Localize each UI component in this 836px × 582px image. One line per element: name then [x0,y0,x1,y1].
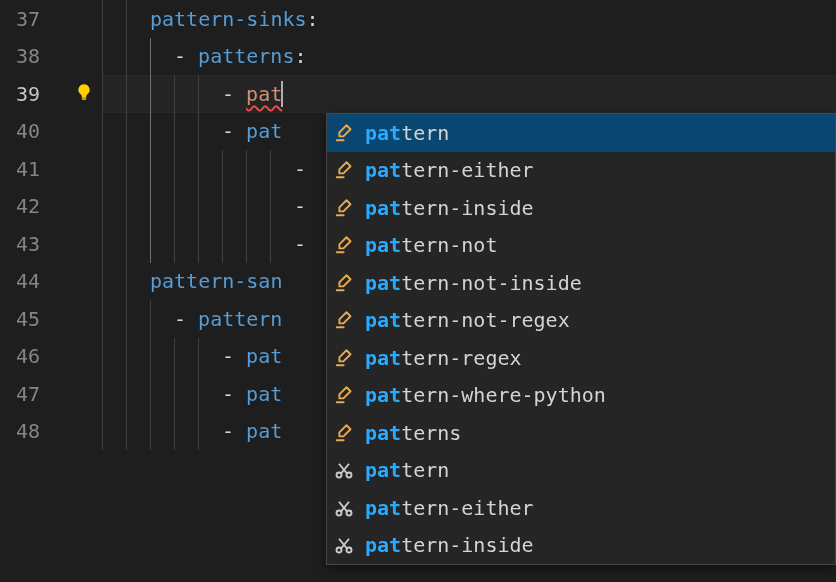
suggest-item[interactable]: pattern [327,452,835,490]
suggest-item-label: pattern [365,458,449,482]
yaml-key: pat [246,419,282,443]
line-number: 38 [0,44,66,68]
colon: : [307,7,319,31]
suggest-item[interactable]: pattern-not-inside [327,264,835,302]
property-icon [333,423,355,443]
yaml-dash: - [294,194,306,218]
suggest-item-label: patterns [365,421,461,445]
suggest-item[interactable]: pattern-not-regex [327,302,835,340]
property-icon [333,123,355,143]
suggest-widget[interactable]: patternpattern-eitherpattern-insidepatte… [326,113,836,565]
yaml-key: pat [246,344,282,368]
suggest-item-label: pattern-not [365,233,497,257]
property-icon [333,348,355,368]
yaml-dash: - [222,419,246,443]
yaml-dash: - [294,157,306,181]
text-cursor [281,81,283,107]
typed-text: pat [246,82,282,106]
line-number: 47 [0,382,66,406]
suggest-item-label: pattern-where-python [365,383,606,407]
yaml-key: pat [246,382,282,406]
snippet-icon [333,535,355,555]
property-icon [333,235,355,255]
yaml-key: pattern-sinks [150,7,307,31]
line-number: 41 [0,157,66,181]
suggest-item[interactable]: pattern-not [327,227,835,265]
suggest-item[interactable]: patterns [327,414,835,452]
line-number: 37 [0,7,66,31]
suggest-item[interactable]: pattern-where-python [327,377,835,415]
suggest-item[interactable]: pattern-either [327,489,835,527]
yaml-key: pat [246,119,282,143]
code-line[interactable]: 37 pattern-sinks: [0,0,836,38]
yaml-dash: - [222,344,246,368]
yaml-dash: - [174,44,198,68]
line-number: 40 [0,119,66,143]
yaml-key: patterns [198,44,294,68]
line-number: 43 [0,232,66,256]
yaml-dash: - [174,307,198,331]
yaml-dash: - [222,382,246,406]
line-number: 46 [0,344,66,368]
suggest-item[interactable]: pattern-inside [327,527,835,565]
snippet-icon [333,498,355,518]
suggest-item-label: pattern-inside [365,196,534,220]
colon: : [294,44,306,68]
line-number: 39 [0,82,66,106]
property-icon [333,273,355,293]
property-icon [333,385,355,405]
yaml-key: pattern [198,307,282,331]
snippet-icon [333,460,355,480]
glyph-margin [66,82,102,106]
yaml-dash: - [222,119,246,143]
property-icon [333,198,355,218]
yaml-dash: - [294,232,306,256]
line-number: 48 [0,419,66,443]
suggest-item[interactable]: pattern-regex [327,339,835,377]
code-line[interactable]: 38 - patterns: [0,38,836,76]
suggest-item-label: pattern-inside [365,533,534,557]
line-number: 44 [0,269,66,293]
suggest-item-label: pattern-not-regex [365,308,570,332]
property-icon [333,160,355,180]
suggest-item-label: pattern-either [365,158,534,182]
suggest-item[interactable]: pattern-inside [327,189,835,227]
suggest-item[interactable]: pattern [327,114,835,152]
svg-rect-0 [82,98,87,99]
property-icon [333,310,355,330]
suggest-item[interactable]: pattern-either [327,152,835,190]
line-number: 45 [0,307,66,331]
suggest-item-label: pattern [365,121,449,145]
line-number: 42 [0,194,66,218]
suggest-item-label: pattern-either [365,496,534,520]
yaml-key: pattern-san [150,269,282,293]
code-line-active[interactable]: 39 - pat [0,75,836,113]
suggest-item-label: pattern-regex [365,346,522,370]
suggest-item-label: pattern-not-inside [365,271,582,295]
yaml-dash: - [222,82,246,106]
lightbulb-icon[interactable] [75,82,93,106]
